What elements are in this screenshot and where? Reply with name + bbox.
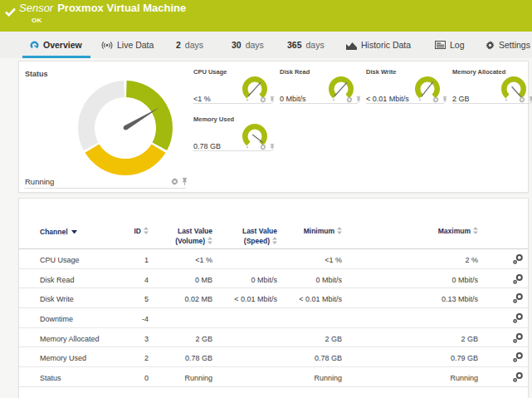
- sort-arrows-icon[interactable]: [207, 237, 212, 247]
- cell-max: 0 Mbit/s: [342, 268, 478, 288]
- mini-tile-cpu-usage: CPU Usage<1 %: [193, 67, 271, 109]
- sort-arrows-icon[interactable]: [337, 227, 342, 237]
- column-header-label: Channel: [40, 228, 68, 236]
- log-icon: [435, 41, 446, 49]
- channel-settings-icon[interactable]: [511, 279, 525, 287]
- pin-icon[interactable]: [356, 96, 361, 103]
- channel-row-memory-used[interactable]: Memory Used20.78 GB0.78 GB0.79 GB: [19, 347, 528, 367]
- tab-label: days: [185, 40, 203, 50]
- column-header-channel[interactable]: Channel: [19, 199, 112, 249]
- status-badge: OK: [32, 17, 42, 24]
- mini-tile-memory-allocated: Memory Allocated2 GB: [452, 67, 530, 109]
- checkmark-icon: [5, 5, 16, 20]
- cell-speed: 0 Mbit/s: [212, 268, 277, 288]
- channel-row-cpu-usage[interactable]: CPU Usage1<1 %<1 %2 %: [19, 249, 528, 269]
- mini-tile-value: 0.78 GB: [193, 142, 221, 150]
- column-header-label2: (Speed): [244, 237, 270, 245]
- mini-tile-label: Memory Used: [193, 115, 234, 123]
- pin-icon[interactable]: [529, 96, 532, 103]
- cell-min: [277, 308, 342, 328]
- mini-tile-icons: [260, 96, 275, 103]
- mini-tile-disk-write: Disk Write< 0.01 Mbit/s: [366, 67, 444, 109]
- tab-30-days[interactable]: 30days: [232, 32, 264, 58]
- cell-min: 0 Mbit/s: [277, 268, 342, 288]
- mini-tile-value: 0 Mbit/s: [280, 95, 306, 103]
- cell-volume: 0.02 MB: [149, 288, 212, 308]
- pin-icon[interactable]: [270, 144, 275, 150]
- column-header-id[interactable]: ID: [112, 199, 149, 249]
- cell-actions: [478, 249, 528, 269]
- gear-icon[interactable]: [260, 96, 266, 103]
- mini-tile-icons: [260, 144, 275, 150]
- channel-settings-icon[interactable]: [511, 357, 525, 366]
- pin-icon[interactable]: [182, 178, 188, 185]
- cell-max: 0.13 Mbit/s: [342, 288, 478, 308]
- tab-overview[interactable]: Overview: [30, 32, 82, 58]
- sensor-kind-label: Sensor: [19, 2, 53, 14]
- gear-icon: [486, 41, 495, 50]
- gear-icon[interactable]: [346, 96, 353, 103]
- gear-icon[interactable]: [519, 96, 525, 103]
- channel-settings-icon[interactable]: [511, 298, 525, 307]
- channel-row-disk-write[interactable]: Disk Write50.02 MB< 0.01 Mbit/s< 0.01 Mb…: [19, 288, 528, 308]
- cell-channel: Disk Read: [19, 268, 112, 288]
- gear-icon[interactable]: [171, 178, 178, 185]
- column-header-label2: (Volume): [175, 237, 205, 245]
- page-title: SensorProxmox Virtual Machine: [19, 2, 186, 14]
- chart-icon: [346, 41, 357, 50]
- mini-tile-icons: [432, 96, 447, 103]
- tab-historic-data[interactable]: Historic Data: [346, 32, 411, 58]
- channel-row-disk-read[interactable]: Disk Read40 MB0 Mbit/s0 Mbit/s0 Mbit/s: [19, 268, 528, 288]
- cell-speed: [212, 347, 277, 367]
- column-header-max[interactable]: Maximum: [342, 199, 478, 249]
- column-header-min[interactable]: Minimum: [277, 199, 342, 249]
- channel-table: ChannelIDLast Value(Volume)Last Value(Sp…: [19, 199, 528, 387]
- cell-min: Running: [277, 367, 342, 387]
- broadcast-icon: [101, 41, 113, 50]
- channel-row-status[interactable]: Status0RunningRunningRunning: [19, 367, 528, 387]
- gear-icon[interactable]: [432, 96, 439, 103]
- sort-arrows-icon[interactable]: [144, 227, 149, 237]
- tab-live-data[interactable]: Live Data: [101, 32, 154, 58]
- sort-arrows-icon[interactable]: [473, 227, 478, 237]
- pin-icon[interactable]: [442, 96, 447, 103]
- cell-actions: [478, 367, 528, 387]
- prtg-sensor-page: { "titlebar": { "kind_label": "Sensor", …: [0, 0, 532, 398]
- tab-2-days[interactable]: 2days: [176, 32, 203, 58]
- channel-settings-icon[interactable]: [511, 377, 525, 386]
- cell-channel: Memory Allocated: [19, 327, 112, 347]
- tab-number: 365: [287, 40, 302, 50]
- column-header-speed[interactable]: Last Value(Speed): [212, 199, 277, 249]
- tab-log[interactable]: Log: [435, 32, 465, 58]
- mini-tile-disk-read: Disk Read0 Mbit/s: [280, 67, 358, 109]
- channel-settings-icon[interactable]: [511, 318, 525, 327]
- cell-channel: CPU Usage: [19, 249, 112, 269]
- cell-speed: [212, 308, 277, 328]
- gauge-icon: [30, 41, 39, 50]
- tab-label: Overview: [43, 40, 82, 50]
- sensor-title-bar: SensorProxmox Virtual Machine OK: [0, 0, 532, 32]
- channel-settings-icon[interactable]: [511, 259, 525, 268]
- tab-settings[interactable]: Settings: [486, 32, 530, 58]
- cell-volume: <1 %: [149, 249, 212, 269]
- tab-label: Settings: [499, 40, 530, 50]
- gear-icon[interactable]: [260, 144, 266, 150]
- cell-id: 3: [112, 327, 149, 347]
- channel-row-downtime[interactable]: Downtime-4: [19, 308, 528, 328]
- active-tab-underline: [22, 56, 90, 58]
- cell-min: 0.78 GB: [277, 347, 342, 367]
- cell-max: 2 GB: [342, 327, 478, 347]
- status-tile-divider: [24, 188, 186, 189]
- column-header-volume[interactable]: Last Value(Volume): [149, 199, 212, 249]
- pin-icon[interactable]: [270, 96, 275, 103]
- tab-365-days[interactable]: 365days: [287, 32, 325, 58]
- sort-arrows-icon[interactable]: [272, 237, 277, 247]
- mini-tile-value: < 0.01 Mbit/s: [366, 95, 409, 103]
- sensor-tab-bar: OverviewLive Data2days30days365daysHisto…: [0, 32, 532, 58]
- cell-speed: [212, 249, 277, 269]
- column-header-label: Last Value: [178, 227, 212, 235]
- channel-row-memory-allocated[interactable]: Memory Allocated32 GB2 GB2 GB: [19, 327, 528, 347]
- channel-settings-icon[interactable]: [511, 338, 525, 346]
- sort-desc-icon[interactable]: [71, 226, 77, 236]
- mini-tile-label: Memory Allocated: [452, 68, 505, 76]
